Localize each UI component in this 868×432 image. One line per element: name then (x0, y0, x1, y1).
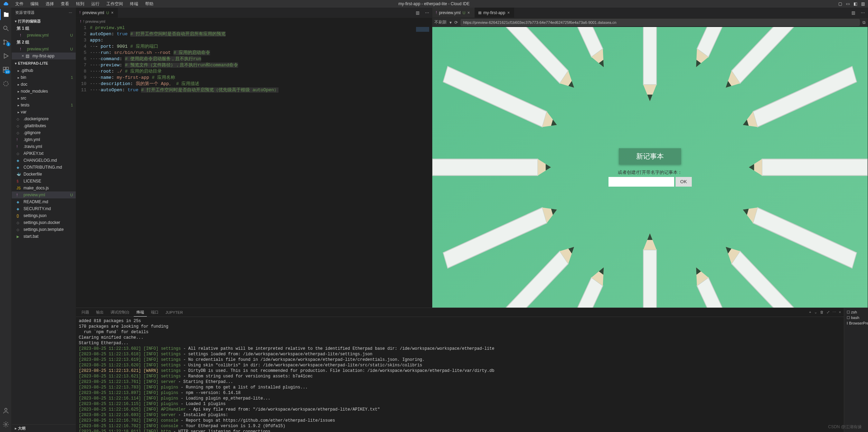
close-icon[interactable]: × (111, 10, 114, 15)
menu-item[interactable]: 文件 (12, 0, 26, 8)
open-editor-item[interactable]: !preview.ymlU (12, 46, 76, 53)
folder-item[interactable]: ▸node_modules (12, 88, 76, 95)
extensions-activity-icon[interactable]: 10 (0, 64, 12, 75)
settings-icon[interactable] (0, 419, 12, 430)
svg-point-3 (3, 43, 4, 44)
folder-item[interactable]: ▸doc (12, 81, 76, 88)
url-input[interactable] (461, 19, 860, 26)
panel-tab[interactable]: 终端 (134, 308, 147, 317)
open-external-icon[interactable]: ⧉ (862, 20, 866, 25)
terminal-output[interactable]: added 818 packages in 25s170 packages ar… (76, 317, 844, 432)
file-item[interactable]: JSmake_docs.js (12, 185, 76, 191)
split-editor-icon[interactable]: ▥ (413, 8, 422, 18)
reload-icon[interactable]: ⟳ (454, 20, 458, 25)
file-item[interactable]: ◆SECURITY.md (12, 205, 76, 212)
file-item[interactable]: ◇APIKEY.txt (12, 150, 76, 157)
tab-preview-yml[interactable]: ! preview.yml U × (76, 8, 118, 18)
refresh-mode[interactable]: 不刷新 (434, 19, 447, 25)
menu-item[interactable]: 转到 (73, 0, 87, 8)
close-icon[interactable]: × (507, 10, 511, 15)
menu-item[interactable]: 工作空间 (104, 0, 126, 8)
menu-item[interactable]: 查看 (58, 0, 72, 8)
file-item[interactable]: !.travis.yml (12, 143, 76, 150)
file-item[interactable]: ▶start.bat (12, 233, 76, 240)
file-item[interactable]: ◇settings.json.docker (12, 219, 76, 226)
bottom-panel: 问题输出调试控制台终端端口JUPYTER+⌄🗑⤢⋯× added 818 pac… (76, 308, 868, 432)
menu-item[interactable]: 编辑 (28, 0, 41, 8)
search-activity-icon[interactable] (0, 23, 12, 34)
svg-rect-7 (6, 67, 8, 70)
breadcrumb[interactable]: ! ! preview.yml (76, 18, 432, 25)
file-item[interactable]: ◇.gitignore (12, 129, 76, 136)
layout-icon[interactable]: ▢ (838, 1, 842, 6)
sidebar-toggle-icon[interactable]: ◧ (853, 1, 858, 6)
menu-item[interactable]: 运行 (88, 0, 102, 8)
scm-activity-icon[interactable]: 1 (0, 37, 12, 48)
folder-item[interactable]: ▸bin1 (12, 74, 76, 81)
panel-action-icon[interactable]: + (809, 310, 811, 314)
explorer-more-icon[interactable]: ··· (69, 10, 72, 15)
debug-activity-icon[interactable] (0, 50, 12, 62)
folder-item[interactable]: ▸tests1 (12, 102, 76, 109)
file-item[interactable]: ◇settings.json.template (12, 226, 76, 233)
code-lines[interactable]: # preview.ymlautoOpen: true # 打开工作空间时是否自… (90, 25, 415, 308)
file-item[interactable]: !preview.ymlU (12, 191, 76, 198)
panel-toggle-icon[interactable]: ▭ (845, 1, 850, 6)
open-editors-section[interactable]: ▾ 打开的编辑器 (12, 17, 76, 25)
new-note-button[interactable]: 新记事本 (619, 148, 681, 165)
notebook-icon[interactable]: ▥ (860, 1, 865, 6)
panel-tab[interactable]: 输出 (93, 308, 106, 316)
file-item[interactable]: ◆README.md (12, 198, 76, 205)
note-name-input[interactable] (608, 177, 674, 187)
code-area[interactable]: 1234567891011 # preview.ymlautoOpen: tru… (76, 25, 432, 308)
close-icon[interactable]: × (20, 54, 26, 58)
terminal-instance[interactable]: BrowserPre… (846, 320, 867, 326)
open-editor-item[interactable]: ×▤my-first-app (12, 53, 76, 59)
tab[interactable]: !preview.ymlU× (432, 8, 474, 18)
minimap[interactable] (415, 25, 432, 308)
terminal-instance[interactable]: zsh (846, 309, 867, 315)
panel-tab[interactable]: JUPYTER (163, 309, 186, 316)
file-icon: ◇ (17, 228, 22, 232)
explorer-activity-icon[interactable] (0, 9, 12, 20)
open-editor-item[interactable]: !preview.ymlU (12, 32, 76, 39)
chevron-down-icon[interactable]: ▾ (450, 20, 452, 25)
panel-tab[interactable]: 问题 (79, 308, 92, 316)
close-icon[interactable]: × (468, 10, 471, 15)
file-item[interactable]: ◆CHANGELOG.md (12, 157, 76, 164)
folder-item[interactable]: ▸var (12, 109, 76, 115)
panel-tab[interactable]: 端口 (148, 308, 161, 316)
menu-item[interactable]: 帮助 (142, 0, 156, 8)
file-icon: ◇ (17, 221, 22, 225)
menu-item[interactable]: 选择 (43, 0, 57, 8)
file-item[interactable]: ◇.dockerignore (12, 115, 76, 122)
account-icon[interactable] (0, 405, 12, 416)
split-editor-icon[interactable]: ▥ (848, 8, 858, 18)
file-item[interactable]: ◆CONTRIBUTING.md (12, 164, 76, 171)
file-item[interactable]: !.lgtm.yml (12, 136, 76, 143)
file-item[interactable]: {}settings.json (12, 212, 76, 219)
outline-section[interactable]: ▸ 大纲 (12, 424, 76, 432)
folder-item[interactable]: ▸src (12, 95, 76, 102)
file-item[interactable]: 🐳Dockerfile (12, 171, 76, 178)
cloud-activity-icon[interactable] (0, 78, 12, 89)
editor-left-pane: ! preview.yml U × ▥ ⋯ ! ! preview.yml 12… (76, 8, 432, 308)
editor-group-label: 第 2 组 (12, 39, 76, 46)
panel-action-icon[interactable]: 🗑 (820, 310, 824, 314)
panel-tab[interactable]: 调试控制台 (108, 308, 132, 316)
svg-marker-5 (4, 54, 8, 58)
project-section[interactable]: ▾ ETHERPAD-LITE (12, 59, 76, 67)
file-item[interactable]: §LICENSE (12, 178, 76, 185)
more-actions-icon[interactable]: ⋯ (422, 8, 432, 18)
terminal-instance[interactable]: bash (846, 315, 867, 320)
menu-item[interactable]: 终端 (127, 0, 141, 8)
ok-button[interactable]: OK (676, 177, 692, 187)
panel-action-icon[interactable]: × (839, 310, 841, 314)
tab[interactable]: ▤my-first-app× (475, 8, 514, 18)
panel-action-icon[interactable]: ⤢ (827, 310, 830, 314)
folder-item[interactable]: ▸.github (12, 67, 76, 74)
panel-action-icon[interactable]: ⋯ (832, 310, 836, 314)
panel-action-icon[interactable]: ⌄ (814, 310, 817, 314)
more-actions-icon[interactable]: ⋯ (858, 8, 868, 18)
file-item[interactable]: ◇.gitattributes (12, 122, 76, 129)
